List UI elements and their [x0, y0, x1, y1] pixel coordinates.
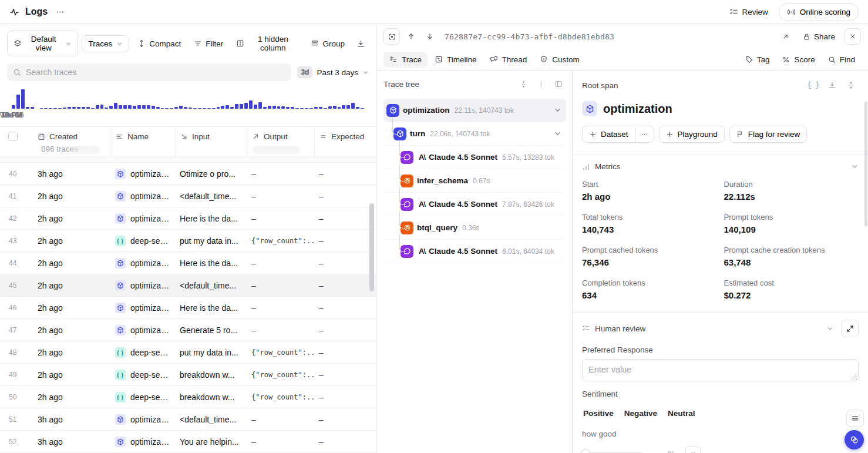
tree-span-row[interactable]: A\ Claude 4.5 Sonnet 7.87s, 63426 tok [383, 193, 566, 216]
column-header-name[interactable]: Name [110, 127, 175, 157]
tree-span-row[interactable]: A\ Claude 4.5 Sonnet 5.57s, 13283 tok [383, 146, 566, 169]
sentiment-option-button[interactable]: Negative [623, 405, 658, 421]
sentiment-option-button[interactable]: Positive [582, 405, 615, 421]
find-button[interactable]: Find [822, 52, 861, 68]
input-cell: <default_time... [175, 415, 247, 424]
select-all-checkbox[interactable] [8, 132, 18, 141]
expand-review-button[interactable] [841, 320, 859, 337]
time-range-select[interactable]: 3d Past 3 days [297, 66, 369, 78]
table-row[interactable]: 46 2h ago optimizati... Here is the da..… [0, 297, 376, 319]
resize-sections-button[interactable] [843, 78, 859, 93]
tree-span-row[interactable]: A\ Claude 4.5 Sonnet 6.01s, 64034 tok [383, 240, 566, 263]
span-type-icon: () [115, 392, 126, 402]
table-row[interactable]: 44 2h ago optimizati... Here is the da..… [0, 252, 376, 274]
input-cell: put my data in... [175, 236, 247, 246]
close-panel-button[interactable] [845, 28, 861, 45]
compact-toggle[interactable]: Compact [133, 36, 186, 52]
table-row[interactable]: 40 3h ago optimizati... Otimize o pro...… [0, 163, 376, 185]
tab-thread[interactable]: Thread [484, 52, 533, 68]
expand-trace-button[interactable] [383, 28, 400, 45]
tab-timeline[interactable]: Timeline [429, 52, 483, 68]
input-cell: You are helpin... [175, 437, 247, 447]
span-name: optimization [403, 106, 450, 115]
tag-button[interactable]: Tag [739, 52, 776, 68]
download-span-button[interactable] [825, 78, 840, 93]
column-header-input[interactable]: Input [175, 127, 247, 157]
table-row[interactable]: 50 2h ago () deep-sea... breakdown w... … [0, 386, 376, 408]
table-row[interactable]: 41 2h ago optimizati... <default_time...… [0, 185, 376, 207]
score-value: - % [663, 449, 675, 453]
add-to-dataset-button[interactable]: Dataset [582, 126, 635, 143]
traces-select[interactable]: Traces [82, 35, 129, 52]
review-button[interactable]: Review [725, 4, 772, 20]
table-row[interactable]: 49 2h ago () deep-sea... breakdown w... … [0, 364, 376, 386]
trace-id[interactable]: 762887e7-cc99-4b73-afbf-d8bde81ebd83 [445, 32, 614, 41]
assistant-fab[interactable] [845, 430, 864, 449]
span-metrics: 6.01s, 64034 tok [502, 247, 554, 256]
more-dots-icon [641, 130, 648, 138]
slider-thumb[interactable] [581, 449, 590, 453]
chevron-down-icon[interactable] [826, 325, 834, 333]
table-row[interactable]: 45 2h ago optimizati... <default_time...… [0, 274, 376, 297]
table-row[interactable]: 42 2h ago optimizati... Here is the da..… [0, 207, 376, 230]
table-row[interactable]: 47 2h ago optimizati... Generate 5 ro...… [0, 319, 376, 341]
tree-span-row[interactable]: infer_schema 0.67s [383, 169, 566, 193]
search-input[interactable] [26, 68, 285, 77]
hidden-columns-button[interactable]: 1 hidden column [231, 31, 302, 56]
flag-for-review-button[interactable]: Flag for review [729, 126, 808, 143]
table-row[interactable]: 51 3h ago optimizati... <default_time...… [0, 408, 376, 431]
histogram-bar [240, 104, 243, 109]
add-to-playground-button[interactable]: Playground [659, 126, 725, 143]
chevron-down-icon[interactable] [851, 163, 859, 170]
input-placeholder: Enter value [588, 365, 631, 374]
collapse-chevron-icon[interactable] [554, 130, 561, 137]
table-row[interactable]: 52 3h ago optimizati... You are helpin..… [0, 431, 376, 453]
expand-all-button[interactable] [516, 76, 531, 92]
online-scoring-button[interactable]: Online scoring [779, 3, 859, 21]
tree-span-row[interactable]: optimization 22.11s, 140743 tok [383, 99, 566, 122]
more-menu-button[interactable] [53, 5, 67, 19]
open-in-new-button[interactable] [778, 29, 793, 44]
tree-span-row[interactable]: turn 22.06s, 140743 tok [383, 122, 566, 146]
name-cell: () deep-sea... [110, 347, 175, 358]
tree-span-row[interactable]: btql_query 0.36s [383, 216, 566, 240]
name-cell: optimizati... [110, 280, 175, 291]
sentiment-option-button[interactable]: Neutral [667, 405, 697, 421]
collapse-chevron-icon[interactable] [554, 106, 561, 114]
table-row[interactable]: 48 2h ago () deep-sea... put my data in.… [0, 341, 376, 364]
expand-collapse-icon [520, 80, 527, 88]
previous-trace-button[interactable] [403, 29, 419, 44]
close-icon [690, 451, 697, 453]
histogram-bar [174, 107, 178, 109]
table-row[interactable]: 43 2h ago () deep-sea... put my data in.… [0, 230, 376, 252]
filter-button[interactable]: Filter [189, 36, 228, 52]
histogram-bar [100, 105, 104, 109]
histogram-bar [91, 108, 95, 109]
share-button[interactable]: Share [798, 29, 840, 45]
histogram-bar [361, 108, 364, 109]
tab-trace[interactable]: Trace [383, 52, 428, 68]
group-button[interactable]: Group [306, 36, 349, 52]
view-json-button[interactable]: { } [806, 78, 821, 93]
floating-menu-button[interactable] [846, 410, 864, 427]
score-button[interactable]: Score [776, 52, 820, 68]
side-panel-icon [554, 80, 563, 88]
traces-histogram[interactable] [12, 88, 364, 109]
export-button[interactable] [353, 36, 369, 51]
logs-activity-icon [9, 7, 19, 17]
preferred-response-input[interactable]: Enter value [582, 359, 859, 381]
table-scrollbar[interactable] [369, 203, 374, 291]
tab-custom[interactable]: Custom [534, 52, 586, 68]
detail-scrollbar[interactable] [864, 102, 867, 226]
tree-more-button[interactable] [533, 76, 549, 92]
search-traces-box[interactable] [7, 63, 291, 81]
next-trace-button[interactable] [422, 29, 438, 44]
column-header-expected[interactable]: Expected [314, 127, 376, 157]
faded-row-fragment [253, 146, 300, 154]
view-select[interactable]: Default view [7, 31, 78, 56]
tree-list-icon [389, 55, 398, 63]
clear-score-button[interactable] [685, 446, 701, 453]
toggle-tree-panel-button[interactable] [551, 76, 566, 92]
span-kind-label: Root span [582, 81, 618, 90]
dataset-more-button[interactable] [635, 126, 654, 143]
